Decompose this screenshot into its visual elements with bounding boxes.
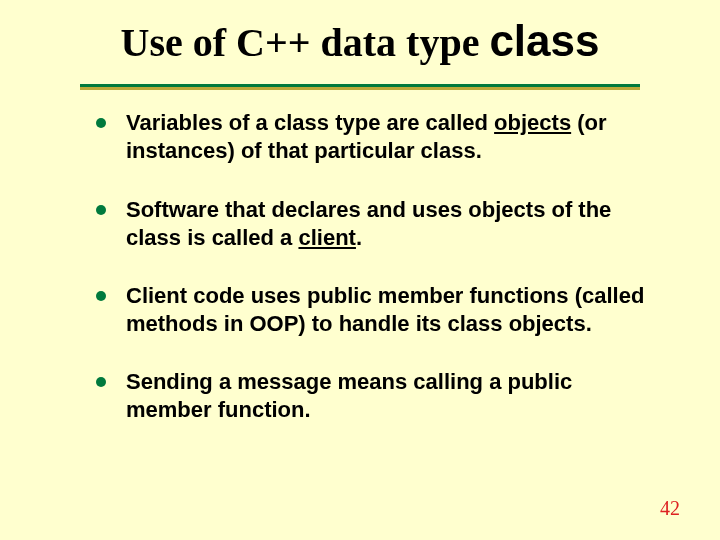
text-run: . xyxy=(356,225,362,250)
title-prefix: Use of C++ data type xyxy=(121,20,490,65)
page-number: 42 xyxy=(660,497,680,520)
list-item: Software that declares and uses objects … xyxy=(96,196,656,252)
text-run: Sending a message means calling a public… xyxy=(126,369,572,422)
title-code-word: class xyxy=(489,16,599,65)
list-item: Client code uses public member functions… xyxy=(96,282,656,338)
text-run: Client code uses public member functions… xyxy=(126,283,644,336)
text-run: Variables of a class type are called xyxy=(126,110,494,135)
text-run: Software that declares and uses objects … xyxy=(126,197,611,250)
list-item: Sending a message means calling a public… xyxy=(96,368,656,424)
underlined-text: client xyxy=(298,225,355,250)
underlined-text: objects xyxy=(494,110,571,135)
content-area: Variables of a class type are called obj… xyxy=(0,87,720,424)
slide: Use of C++ data type class Variables of … xyxy=(0,0,720,540)
list-item: Variables of a class type are called obj… xyxy=(96,109,656,165)
bullet-list: Variables of a class type are called obj… xyxy=(96,109,656,424)
slide-title: Use of C++ data type class xyxy=(0,0,720,64)
